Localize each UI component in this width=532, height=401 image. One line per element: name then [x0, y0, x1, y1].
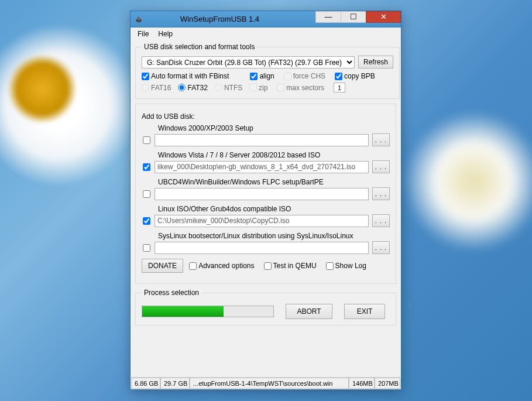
- source-checkbox[interactable]: [143, 163, 150, 171]
- source-checkbox[interactable]: [143, 190, 150, 198]
- source-path-input[interactable]: [155, 188, 369, 200]
- status-path: ...etupFromUSB-1-4\TempWST\sources\boot.…: [190, 378, 349, 389]
- refresh-button[interactable]: Refresh: [358, 56, 393, 68]
- app-window: WinSetupFromUSB 1.4 — ☐ ✕ File Help USB …: [130, 11, 401, 390]
- add-to-usb-label: Add to USB disk:: [142, 112, 390, 121]
- max-sectors-checkbox[interactable]: max sectors: [277, 83, 324, 92]
- menu-file[interactable]: File: [134, 29, 152, 39]
- fat16-radio[interactable]: FAT16: [142, 84, 171, 92]
- menubar: File Help: [131, 28, 401, 40]
- browse-button[interactable]: . . .: [372, 160, 390, 173]
- source-path-input[interactable]: [155, 242, 369, 254]
- source-label: Windows 2000/XP/2003 Setup: [158, 124, 390, 132]
- process-legend: Process selection: [142, 289, 201, 297]
- advanced-options-checkbox[interactable]: Advanced options: [189, 262, 254, 270]
- source-label: Windows Vista / 7 / 8 / Server 2008/2012…: [158, 151, 390, 159]
- source-label: UBCD4Win/WinBuilder/Windows FLPC setup/B…: [158, 178, 390, 186]
- process-group: Process selection ABORT EXIT: [135, 289, 396, 325]
- max-sectors-input[interactable]: [334, 83, 345, 92]
- source-checkbox[interactable]: [143, 136, 150, 144]
- source-label: SysLinux bootsector/Linux distribution u…: [158, 232, 390, 240]
- status-free: 29.7 GB: [160, 378, 190, 389]
- browse-button[interactable]: . . .: [372, 241, 390, 254]
- minimize-button[interactable]: —: [315, 11, 341, 23]
- show-log-checkbox[interactable]: Show Log: [326, 262, 366, 270]
- exit-button[interactable]: EXIT: [344, 304, 385, 319]
- source-path-input[interactable]: [155, 134, 369, 146]
- auto-format-checkbox[interactable]: Auto format it with FBinst: [142, 72, 229, 80]
- fat32-radio[interactable]: FAT32: [178, 84, 207, 92]
- app-icon: [134, 15, 143, 24]
- ntfs-radio[interactable]: NTFS: [215, 84, 242, 92]
- align-checkbox[interactable]: align: [250, 72, 274, 80]
- window-title: WinSetupFromUSB 1.4: [147, 15, 316, 23]
- force-chs-checkbox[interactable]: force CHS: [284, 72, 325, 80]
- progress-bar: [142, 306, 274, 317]
- copy-bpb-checkbox[interactable]: copy BPB: [335, 72, 375, 80]
- source-block: SysLinux bootsector/Linux distribution u…: [142, 232, 390, 254]
- source-label: Linux ISO/Other Grub4dos compatible ISO: [158, 205, 390, 213]
- status-used: 6.86 GB: [131, 378, 160, 389]
- browse-button[interactable]: . . .: [372, 214, 390, 227]
- source-block: Windows Vista / 7 / 8 / Server 2008/2012…: [142, 151, 390, 173]
- titlebar[interactable]: WinSetupFromUSB 1.4 — ☐ ✕: [131, 11, 401, 28]
- source-checkbox[interactable]: [143, 217, 150, 225]
- source-block: Linux ISO/Other Grub4dos compatible ISO.…: [142, 205, 390, 227]
- source-path-input[interactable]: [155, 161, 369, 173]
- menu-help[interactable]: Help: [155, 29, 176, 39]
- abort-button[interactable]: ABORT: [286, 304, 332, 319]
- source-block: UBCD4Win/WinBuilder/Windows FLPC setup/B…: [142, 178, 390, 200]
- browse-button[interactable]: . . .: [372, 187, 390, 200]
- usb-disk-legend: USB disk selection and format tools: [142, 43, 257, 51]
- browse-button[interactable]: . . .: [372, 133, 390, 146]
- close-button[interactable]: ✕: [366, 11, 401, 23]
- source-block: Windows 2000/XP/2003 Setup. . .: [142, 124, 390, 146]
- usb-disk-group: USB disk selection and format tools G: S…: [135, 43, 400, 99]
- status-size2: 207MB: [375, 378, 400, 389]
- donate-button[interactable]: DONATE: [142, 259, 183, 273]
- test-qemu-checkbox[interactable]: Test in QEMU: [264, 262, 317, 270]
- maximize-button[interactable]: ☐: [341, 11, 366, 23]
- statusbar: 6.86 GB 29.7 GB ...etupFromUSB-1-4\TempW…: [131, 377, 400, 389]
- source-path-input[interactable]: [155, 215, 369, 227]
- add-to-usb-group: Add to USB disk: Windows 2000/XP/2003 Se…: [135, 104, 396, 284]
- source-checkbox[interactable]: [143, 244, 150, 252]
- zip-checkbox[interactable]: zip: [249, 83, 267, 92]
- svg-rect-1: [138, 17, 140, 20]
- disk-select[interactable]: G: SanDisk Cruzer Orbit (29.8 GB Tot) (F…: [142, 56, 355, 68]
- status-size1: 146MB: [349, 378, 375, 389]
